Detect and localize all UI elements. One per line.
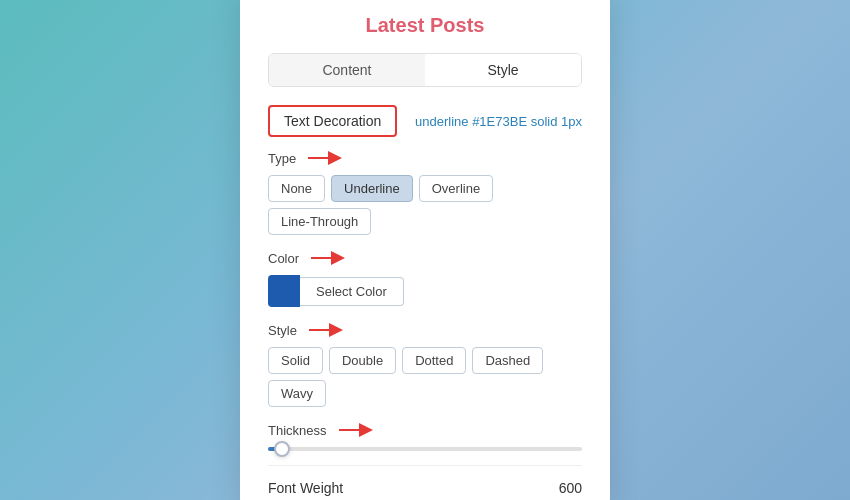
thickness-label: Thickness <box>268 421 582 439</box>
tab-style[interactable]: Style <box>425 54 581 86</box>
type-section: Type None Underline Overline Line-Throug… <box>268 149 582 235</box>
style-label: Style <box>268 321 582 339</box>
type-btn-overline[interactable]: Overline <box>419 175 493 202</box>
color-label: Color <box>268 249 582 267</box>
color-section: Color Select Color <box>268 249 582 307</box>
tab-bar: Content Style <box>268 53 582 87</box>
type-btn-group: None Underline Overline Line-Through <box>268 175 582 235</box>
text-decoration-value: underline #1E73BE solid 1px <box>415 114 582 129</box>
style-arrow-icon <box>309 321 347 339</box>
style-btn-wavy[interactable]: Wavy <box>268 380 326 407</box>
slider-track <box>268 447 582 451</box>
tab-content[interactable]: Content <box>269 54 425 86</box>
style-btn-double[interactable]: Double <box>329 347 396 374</box>
type-arrow-icon <box>308 149 346 167</box>
style-btn-solid[interactable]: Solid <box>268 347 323 374</box>
font-weight-row: Font Weight 600 <box>268 465 582 500</box>
main-panel: Latest Posts Content Style Text Decorati… <box>240 0 610 500</box>
select-color-button[interactable]: Select Color <box>300 277 404 306</box>
color-picker-row: Select Color <box>268 275 582 307</box>
style-btn-group: Solid Double Dotted Dashed Wavy <box>268 347 582 407</box>
thickness-arrow-icon <box>339 421 377 439</box>
font-weight-label: Font Weight <box>268 480 343 496</box>
style-section: Style Solid Double Dotted Dashed Wavy <box>268 321 582 407</box>
slider-thumb[interactable] <box>274 441 290 457</box>
type-btn-line-through[interactable]: Line-Through <box>268 208 371 235</box>
font-weight-value: 600 <box>559 480 582 496</box>
type-btn-none[interactable]: None <box>268 175 325 202</box>
text-decoration-label: Text Decoration <box>268 105 397 137</box>
color-swatch[interactable] <box>268 275 300 307</box>
text-decoration-header: Text Decoration underline #1E73BE solid … <box>268 105 582 137</box>
style-btn-dotted[interactable]: Dotted <box>402 347 466 374</box>
color-arrow-icon <box>311 249 349 267</box>
thickness-section: Thickness <box>268 421 582 451</box>
style-btn-dashed[interactable]: Dashed <box>472 347 543 374</box>
panel-title: Latest Posts <box>268 14 582 37</box>
type-btn-underline[interactable]: Underline <box>331 175 413 202</box>
type-label: Type <box>268 149 582 167</box>
thickness-slider[interactable] <box>268 447 582 451</box>
